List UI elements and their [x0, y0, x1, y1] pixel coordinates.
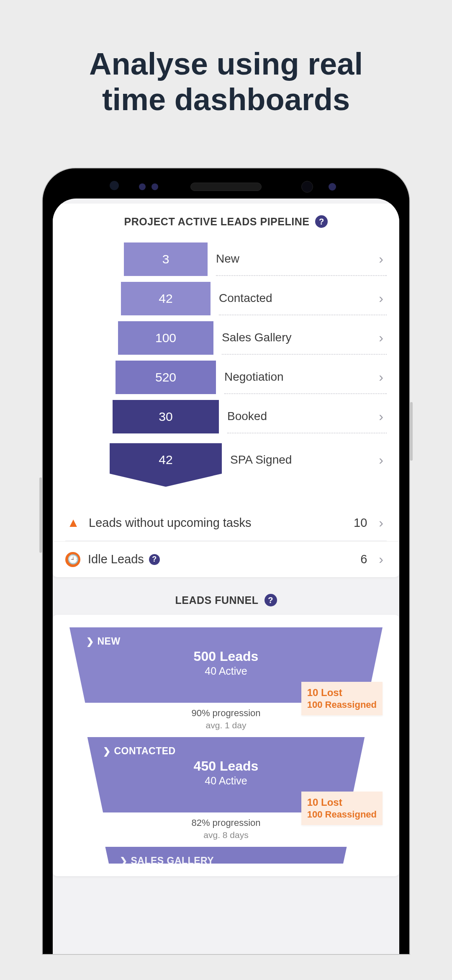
- funnel-stage-contacted[interactable]: ❯ CONTACTED 450 Leads 40 Active 10 Lost …: [69, 737, 383, 847]
- reassigned-count: 100 Reassigned: [307, 809, 377, 821]
- stage-count: 42: [159, 291, 172, 306]
- alert-label: Idle Leads: [88, 552, 144, 566]
- clock-icon: 🕘: [65, 552, 80, 567]
- alert-count: 6: [360, 552, 367, 566]
- stage-label: Booked: [227, 410, 379, 423]
- chevron-right-icon: ›: [379, 409, 387, 424]
- funnel-stage-name: CONTACTED: [114, 745, 176, 757]
- stage-count: 3: [162, 252, 170, 266]
- phone-side-button-right: [410, 402, 413, 461]
- lost-badge[interactable]: 10 Lost 100 Reassigned: [301, 792, 383, 825]
- pipeline-stage-spa-signed[interactable]: 42 SPA Signed ›: [65, 439, 387, 481]
- pipeline-card: PROJECT ACTIVE LEADS PIPELINE ? 3 New ›: [53, 204, 399, 577]
- chevron-right-icon: ❯: [103, 746, 111, 757]
- headline-line1: Analyse using real: [89, 46, 363, 81]
- stage-label: Negotiation: [224, 370, 379, 384]
- stage-label: Contacted: [219, 291, 379, 305]
- alert-label: Leads without upcoming tasks: [89, 516, 252, 530]
- stage-count: 520: [155, 370, 176, 384]
- help-icon[interactable]: ?: [149, 554, 160, 565]
- stage-label: SPA Signed: [230, 453, 379, 467]
- help-icon[interactable]: ?: [265, 594, 277, 606]
- chevron-right-icon: ›: [379, 515, 387, 531]
- progression-avg: avg. 1 day: [69, 720, 383, 730]
- chevron-right-icon: ›: [379, 291, 387, 306]
- progression-avg: avg. 8 days: [69, 830, 383, 840]
- alert-idle-leads[interactable]: 🕘 Idle Leads ? 6 ›: [53, 541, 399, 577]
- stage-count: 100: [155, 331, 176, 345]
- phone-screen: PROJECT ACTIVE LEADS PIPELINE ? 3 New ›: [53, 199, 399, 954]
- warning-triangle-icon: ▲: [65, 515, 81, 531]
- stage-label: Sales Gallery: [222, 331, 379, 344]
- phone-mockup: PROJECT ACTIVE LEADS PIPELINE ? 3 New ›: [42, 168, 410, 955]
- pipeline-title-row: PROJECT ACTIVE LEADS PIPELINE ?: [53, 212, 399, 238]
- stage-count: 42: [159, 453, 172, 467]
- funnel-stage-new[interactable]: ❯ NEW 500 Leads 40 Active 10 Lost 100 Re…: [69, 627, 383, 737]
- pipeline-title: PROJECT ACTIVE LEADS PIPELINE: [124, 216, 310, 228]
- chevron-right-icon: ›: [379, 251, 387, 267]
- alert-count: 10: [354, 516, 367, 530]
- alert-leads-without-tasks[interactable]: ▲ Leads without upcoming tasks 10 ›: [53, 504, 399, 541]
- chevron-right-icon: ›: [379, 552, 387, 567]
- pipeline-stage-new[interactable]: 3 New ›: [65, 242, 387, 276]
- lost-badge[interactable]: 10 Lost 100 Reassigned: [301, 682, 383, 715]
- headline-line2: time dashboards: [102, 82, 350, 117]
- chevron-right-icon: ›: [379, 452, 387, 468]
- funnel-stage-name: NEW: [98, 636, 121, 647]
- funnel-leads-count: 500 Leads: [69, 649, 383, 664]
- funnel-title-row: LEADS FUNNEL ?: [53, 594, 399, 615]
- lost-count: 10 Lost: [307, 796, 377, 809]
- pipeline-stage-sales-gallery[interactable]: 100 Sales Gallery ›: [65, 321, 387, 355]
- phone-frame: PROJECT ACTIVE LEADS PIPELINE ? 3 New ›: [42, 168, 410, 955]
- marketing-headline: Analyse using real time dashboards: [0, 0, 452, 117]
- pipeline-stage-booked[interactable]: 30 Booked ›: [65, 400, 387, 434]
- chevron-right-icon: ❯: [120, 856, 128, 867]
- funnel-stage-name: SALES GALLERY: [131, 855, 214, 867]
- funnel-title: LEADS FUNNEL: [175, 594, 258, 606]
- chevron-right-icon: ›: [379, 330, 387, 346]
- funnel-stage-sales-gallery[interactable]: ❯ SALES GALLERY: [69, 847, 383, 864]
- chevron-right-icon: ❯: [86, 636, 94, 647]
- stage-count: 30: [159, 410, 172, 424]
- reassigned-count: 100 Reassigned: [307, 699, 377, 711]
- funnel-leads-count: 450 Leads: [69, 758, 383, 774]
- pipeline-stage-negotiation[interactable]: 520 Negotiation ›: [65, 360, 387, 395]
- funnel-active-count: 40 Active: [69, 775, 383, 787]
- funnel-card: ❯ NEW 500 Leads 40 Active 10 Lost 100 Re…: [53, 615, 399, 876]
- pipeline-stage-contacted[interactable]: 42 Contacted ›: [65, 281, 387, 316]
- lost-count: 10 Lost: [307, 686, 377, 699]
- chevron-right-icon: ›: [379, 369, 387, 385]
- help-icon[interactable]: ?: [315, 215, 328, 228]
- funnel-active-count: 40 Active: [69, 665, 383, 677]
- stage-label: New: [216, 252, 379, 266]
- pipeline-list: 3 New › 42 Contacted ›: [53, 238, 399, 487]
